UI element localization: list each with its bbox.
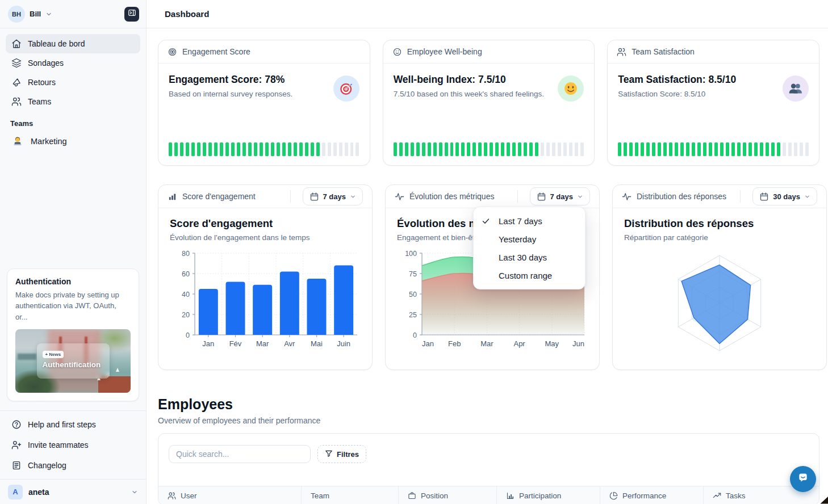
sidebar-item-label: Invite teammates [28, 440, 89, 450]
table-header-row: UserTeamPositionParticipationPerformance… [158, 486, 819, 504]
progress-segment [669, 142, 672, 156]
progress-segment [569, 142, 572, 156]
progress-segment [518, 142, 521, 156]
smile-emoji [558, 75, 584, 102]
progress-segment [658, 142, 661, 156]
check-placeholder [482, 234, 494, 243]
team-item-label: Marketing [31, 137, 67, 146]
date-range-label: 7 days [550, 192, 573, 201]
activity-icon [395, 192, 404, 201]
progress-segment [203, 142, 206, 156]
date-range-button[interactable]: 7 days [303, 187, 363, 205]
svg-text:Jan: Jan [422, 339, 434, 348]
date-range-button[interactable]: 7 days [530, 187, 590, 205]
column-header-label: Team [311, 492, 329, 500]
chart-card-header-label: Score d'engagement [182, 192, 256, 201]
progress-segment [225, 142, 229, 156]
dropdown-item-last-30-days[interactable]: Last 30 days [474, 248, 585, 266]
svg-text:Fév: Fév [229, 339, 242, 348]
stat-subtitle: Satisfaction Score: 8.5/10 [618, 90, 809, 98]
sidebar-item-label: Sondages [28, 58, 64, 68]
chat-launcher-button[interactable] [790, 466, 816, 492]
progress-segment [692, 142, 695, 156]
chart-card-header: Distribution des réponses 30 days [613, 185, 826, 208]
search-input[interactable] [169, 445, 311, 463]
progress-segment [472, 142, 476, 156]
teams-section-label: Teams [0, 111, 146, 131]
chevron-down-icon [804, 194, 810, 200]
dropdown-item-yesterday[interactable]: Yesterday [474, 230, 585, 248]
progress-segment [254, 142, 257, 156]
filters-label: Filtres [337, 450, 359, 459]
column-header-team[interactable]: Team [301, 486, 398, 504]
chart-card-header: Score d'engagement 7 days [158, 185, 372, 208]
svg-text:Apr: Apr [513, 339, 525, 348]
progress-segment [260, 142, 263, 156]
column-header-participation[interactable]: Participation [496, 486, 600, 504]
progress-segment [546, 142, 550, 156]
sidebar-item-retours[interactable]: Retours [6, 73, 140, 92]
sidebar-item-label: Tableau de bord [28, 39, 85, 48]
sidebar-item-sondages[interactable]: Sondages [6, 53, 140, 73]
promo-card[interactable]: Authentication Make docs private by sett… [7, 268, 139, 402]
sidebar-item-teams[interactable]: Teams [6, 92, 140, 111]
date-range-button[interactable]: 30 days [752, 187, 817, 205]
progress-segment [501, 142, 504, 156]
progress-segment [663, 142, 667, 156]
progress-segment [399, 142, 403, 156]
stat-card-header: Team Satisfaction [608, 40, 819, 64]
chevron-down-icon [350, 194, 356, 200]
column-header-label: Performance [622, 492, 666, 500]
progress-segment [450, 142, 454, 156]
date-range-label: 7 days [323, 192, 346, 201]
sidebar-team-marketing[interactable]: Marketing [6, 131, 140, 152]
filters-button[interactable]: Filtres [317, 445, 366, 463]
briefcase-icon [408, 492, 416, 500]
dropdown-item-last-7-days[interactable]: Last 7 days [474, 212, 585, 230]
svg-text:75: 75 [409, 270, 417, 278]
column-header-performance[interactable]: Performance [600, 486, 703, 504]
sidebar-item-changelog[interactable]: Changelog [6, 455, 140, 476]
column-header-position[interactable]: Position [398, 486, 496, 504]
progress-segment [737, 142, 741, 156]
chart-card-body: Distribution des réponses Répartition pa… [613, 208, 826, 359]
users-icon [617, 47, 626, 57]
progress-segment [575, 142, 578, 156]
progress-segment [731, 142, 735, 156]
progress-segment [641, 142, 644, 156]
workspace-name: aneta [28, 488, 126, 497]
sidebar-collapse-button[interactable] [124, 7, 139, 22]
user-menu[interactable]: BH Bill [8, 6, 52, 23]
progress-segment [467, 142, 470, 156]
chartbars-icon [168, 192, 177, 201]
employees-table-card: Filtres UserTeamPositionParticipationPer… [158, 433, 819, 504]
dropdown-item-label: Last 7 days [499, 216, 542, 226]
progress-segment [394, 142, 397, 156]
column-header-user[interactable]: User [158, 486, 301, 504]
sidebar-item-tableau-de-bord[interactable]: Tableau de bord [6, 34, 140, 53]
check-placeholder [482, 271, 494, 280]
workspace-switcher[interactable]: A aneta [0, 479, 146, 504]
chevron-down-icon [45, 11, 52, 18]
progress-segment [356, 142, 359, 156]
progress-segment [635, 142, 638, 156]
chart-card-header-label: Distribution des réponses [637, 192, 726, 201]
calendar-icon [537, 192, 546, 201]
progress-segment [339, 142, 342, 156]
progress-segment [788, 142, 792, 156]
svg-text:60: 60 [182, 270, 190, 278]
sidebar-item-invite-teammates[interactable]: Invite teammates [6, 435, 140, 455]
sidebar-item-help-and-first-steps[interactable]: Help and first steps [6, 414, 140, 435]
progress-segment [490, 142, 493, 156]
promo-title: Authentication [15, 277, 131, 286]
funnel-icon [325, 450, 333, 459]
progress-segment [208, 142, 212, 156]
dropdown-item-custom-range[interactable]: Custom range [474, 266, 585, 284]
progress-segment [771, 142, 775, 156]
messenger-icon [796, 471, 810, 488]
stat-subtitle: Based on internal survey responses. [169, 90, 359, 98]
progress-segment [416, 142, 420, 156]
stat-title: Engagement Score: 78% [169, 74, 359, 86]
promo-image: + News Authentification [15, 329, 131, 393]
changelog-icon [11, 460, 22, 471]
